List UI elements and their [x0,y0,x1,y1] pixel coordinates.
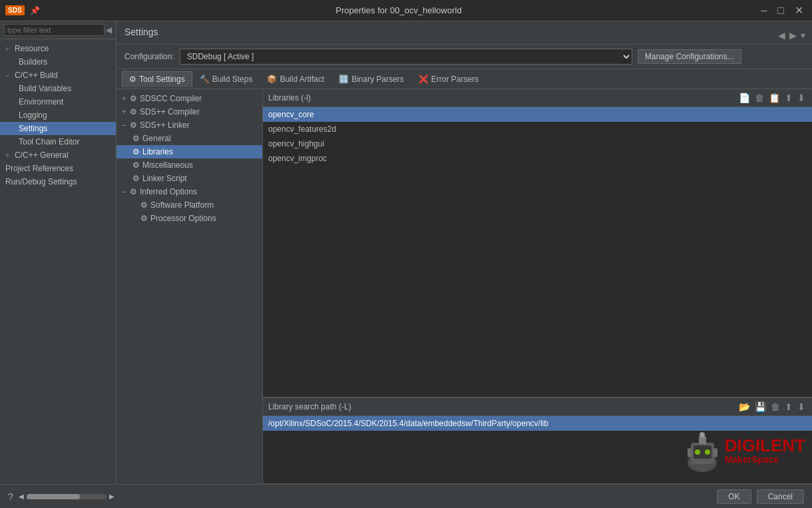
config-select[interactable]: SDDebug [ Active ] [180,49,632,65]
bottom-left: ? ◀ ▶ [8,491,114,502]
error-parsers-icon: ❌ [419,75,429,84]
tree-linker-script[interactable]: ⚙ Linker Script [116,172,262,185]
tab-error-parsers[interactable]: ❌ Error Parsers [411,71,486,87]
tree-sdscc-compiler[interactable]: + ⚙ SDSCC Compiler [116,92,262,105]
compiler-icon: ⚙ [130,94,137,103]
back-arrow[interactable]: ◀ [777,29,787,42]
sidebar: ◀ + Resource Builders – C/C++ Build Buil… [0,21,116,484]
tab-label: Build Artifact [280,75,324,84]
library-path-header: Library search path (-L) 📂 💾 🗑 ⬆ ⬇ [263,398,812,416]
tree-software-platform[interactable]: ⚙ Software Platform [116,198,262,212]
ok-button[interactable]: OK [717,489,751,504]
tree-sdspp-linker[interactable]: – ⚙ SDS++ Linker [116,119,262,132]
tab-build-artifact[interactable]: 📦 Build Artifact [260,71,331,87]
sidebar-item-tool-chain-editor[interactable]: Tool Chain Editor [0,135,116,148]
library-item-opencv-imgproc[interactable]: opencv_imgproc [263,151,812,166]
sidebar-item-build-variables[interactable]: Build Variables [0,82,116,95]
tree-item-label: Libraries [142,147,173,156]
expand-icon: + [5,152,12,159]
tree-general[interactable]: ⚙ General [116,132,262,145]
tree-item-label: Software Platform [150,200,214,210]
platform-icon: ⚙ [140,200,148,210]
tab-build-steps[interactable]: 🔨 Build Steps [192,71,260,87]
tab-tool-settings[interactable]: ⚙ Tool Settings [122,71,192,87]
tree-miscellaneous[interactable]: ⚙ Miscellaneous [116,158,262,172]
sidebar-item-label: Build Variables [19,84,71,93]
manage-configs-button[interactable]: Manage Configurations... [638,49,741,64]
library-item-opencv-highgui[interactable]: opencv_highgui [263,136,812,151]
sidebar-item-builders[interactable]: Builders [0,55,116,69]
sidebar-item-label: Logging [19,111,47,120]
library-item-opencv-core[interactable]: opencv_core [263,107,812,122]
tab-label: Tool Settings [139,75,185,84]
forward-arrow[interactable]: ▶ [788,29,798,42]
scroll-right-arrow[interactable]: ▶ [109,493,114,500]
expand-icon: – [122,187,130,196]
main-container: ◀ + Resource Builders – C/C++ Build Buil… [0,21,812,484]
tab-binary-parsers[interactable]: 🔢 Binary Parsers [331,71,411,87]
scroll-left-arrow[interactable]: ◀ [19,493,24,500]
tree-processor-options[interactable]: ⚙ Processor Options [116,212,262,225]
delete-path-icon[interactable]: 🗑 [769,401,781,413]
binary-parsers-icon: 🔢 [339,75,349,84]
libraries-section-title: Libraries (-l) [268,93,311,103]
add-file-icon[interactable]: 📄 [737,92,751,104]
move-down-icon[interactable]: ⬇ [796,92,807,104]
sidebar-item-environment[interactable]: Environment [0,95,116,109]
sidebar-tree: + Resource Builders – C/C++ Build Build … [0,39,116,484]
title-bar-controls: – □ ✕ [757,3,807,18]
maximize-button[interactable]: □ [774,3,787,18]
add-file-system-icon[interactable]: 💾 [753,401,767,413]
library-path-item[interactable]: /opt/Xilinx/SDSoC/2015.4/SDK/2015.4/data… [263,416,812,431]
tree-item-label: Processor Options [150,214,216,223]
sidebar-item-resource[interactable]: + Resource [0,42,116,55]
sidebar-item-project-references[interactable]: Project References [0,162,116,175]
title-bar: SDS 📌 Properties for 00_ocv_helloworld –… [0,0,812,21]
scrollbar-thumb [27,494,80,499]
move-up-icon[interactable]: ⬆ [783,92,794,104]
build-artifact-icon: 📦 [267,75,277,84]
tree-sdspp-compiler[interactable]: + ⚙ SDS++ Compiler [116,105,262,119]
help-icon[interactable]: ? [8,491,13,502]
content-area: Settings ◀ ▶ ▾ Configuration: SDDebug [ … [116,21,812,484]
tool-settings-icon: ⚙ [129,75,136,84]
linker-icon: ⚙ [130,121,137,130]
dropdown-arrow[interactable]: ▾ [799,29,807,42]
library-path-list: /opt/Xilinx/SDSoC/2015.4/SDK/2015.4/data… [263,416,812,484]
window-title: Properties for 00_ocv_helloworld [40,5,758,15]
cancel-button[interactable]: Cancel [757,489,804,504]
horizontal-scrollbar[interactable]: ◀ ▶ [19,493,114,500]
filter-clear-icon[interactable]: ◀ [106,25,112,35]
tabs-bar: ⚙ Tool Settings 🔨 Build Steps 📦 Build Ar… [116,69,812,89]
build-steps-icon: 🔨 [200,75,210,84]
inner-content: + ⚙ SDSCC Compiler + ⚙ SDS++ Compiler – … [116,89,812,484]
expand-icon: + [122,107,130,117]
delete-icon[interactable]: 🗑 [753,92,765,104]
copy-icon[interactable]: 📋 [767,92,781,104]
pin-icon[interactable]: 📌 [30,6,40,15]
sidebar-item-cpp-general[interactable]: + C/C++ General [0,148,116,162]
filter-input[interactable] [4,24,104,36]
tree-libraries[interactable]: ⚙ Libraries [116,145,262,158]
config-row: Configuration: SDDebug [ Active ] Manage… [116,45,812,69]
expand-icon: – [5,72,12,79]
tree-item-label: SDSCC Compiler [140,94,202,103]
inferred-icon: ⚙ [130,187,137,196]
close-button[interactable]: ✕ [791,3,807,18]
settings-title: Settings [124,27,804,37]
move-path-down-icon[interactable]: ⬇ [796,401,807,413]
sidebar-item-run-debug[interactable]: Run/Debug Settings [0,175,116,188]
library-toolbar: 📄 🗑 📋 ⬆ ⬇ [737,92,807,104]
move-path-up-icon[interactable]: ⬆ [783,401,794,413]
tree-inferred-options[interactable]: – ⚙ Inferred Options [116,185,262,198]
sidebar-item-settings[interactable]: Settings [0,122,116,135]
tool-tree-panel: + ⚙ SDSCC Compiler + ⚙ SDS++ Compiler – … [116,89,263,484]
expand-icon: + [122,94,130,103]
sidebar-item-logging[interactable]: Logging [0,109,116,122]
library-item-opencv-features2d[interactable]: opencv_features2d [263,122,812,136]
sidebar-item-label: Builders [19,57,47,67]
scrollbar-track[interactable] [27,494,106,499]
minimize-button[interactable]: – [757,3,770,18]
add-workspace-icon[interactable]: 📂 [737,401,751,413]
sidebar-item-cpp-build[interactable]: – C/C++ Build [0,69,116,82]
